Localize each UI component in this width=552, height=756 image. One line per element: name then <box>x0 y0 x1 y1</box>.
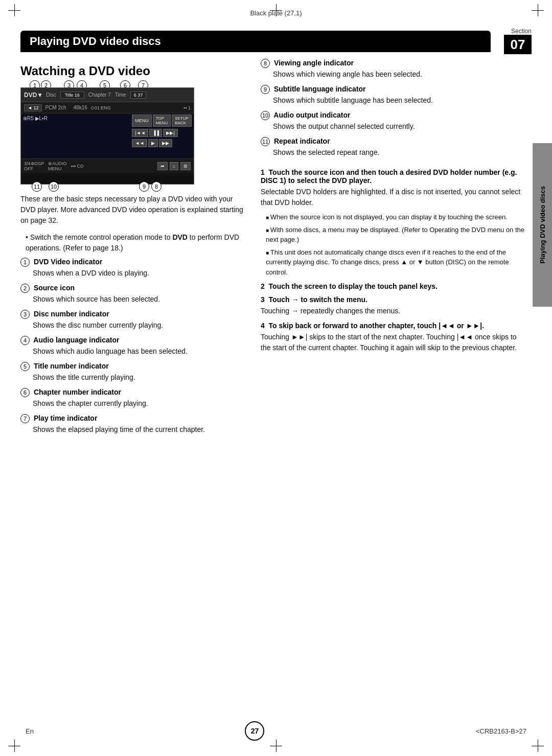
step-2: 2 Touch the screen to display the touch … <box>261 282 526 290</box>
indicator-desc-7: Shows the elapsed playing time of the cu… <box>20 424 245 435</box>
right-indicator-title-8: 8 Viewing angle indicator <box>261 59 526 68</box>
indicator-title-4: 4 Audio language indicator <box>20 336 245 345</box>
step-heading-1: 1 Touch the source icon and then touch a… <box>261 168 526 185</box>
indicator-desc-2: Shows which source has been selected. <box>20 294 245 305</box>
indicator-title-7: 7 Play time indicator <box>20 414 245 423</box>
right-indicator-11: 11 Repeat indicator Shows the selected r… <box>261 137 526 158</box>
step-body-1: Selectable DVD holders are highlighted. … <box>261 187 526 208</box>
num-badge-9: 9 <box>139 181 149 192</box>
right-indicator-desc-11: Shows the selected repeat range. <box>261 147 526 158</box>
right-indicator-badge-8: 8 <box>261 59 270 68</box>
section-heading: Watching a DVD video <box>20 64 245 78</box>
indicator-badge-5: 5 <box>20 362 30 371</box>
bottom-bar: En 27 <CRB2163-B>27 <box>0 721 552 741</box>
page-title: Playing DVD video discs <box>20 31 491 52</box>
indicator-3: 3 Disc number indicator Shows the disc n… <box>20 310 245 331</box>
right-indicator-desc-10: Shows the output channel selected curren… <box>261 121 526 132</box>
indicator-desc-4: Shows which audio language has been sele… <box>20 346 245 357</box>
section-label: Section <box>511 28 532 35</box>
indicator-desc-3: Shows the disc number currently playing. <box>20 320 245 331</box>
indicator-desc-1: Shows when a DVD video is playing. <box>20 268 245 279</box>
bullet-item-dvd-mode: Switch the remote control operation mode… <box>26 232 245 254</box>
indicator-badge-2: 2 <box>20 284 30 293</box>
right-indicator-title-10: 10 Audio output indicator <box>261 111 526 120</box>
indicator-5: 5 Title number indicator Shows the title… <box>20 362 245 383</box>
indicator-title-1: 1 DVD Video indicator <box>20 258 245 267</box>
crosshair-top-right <box>532 4 544 16</box>
indicator-badge-3: 3 <box>20 310 30 319</box>
step-note: When the source icon is not displayed, y… <box>261 212 526 222</box>
dvd-screenshot-wrapper: 1 2 3 4 5 6 7 DVD▼ Disc Title 16 Chapter… <box>20 87 194 185</box>
num-badge-8: 8 <box>151 181 162 192</box>
indicator-badge-4: 4 <box>20 336 30 345</box>
left-column: Watching a DVD video 1 2 3 4 5 6 7 DVD▼ … <box>20 59 245 725</box>
crosshair-top-left <box>8 4 20 16</box>
right-indicator-8: 8 Viewing angle indicator Shows which vi… <box>261 59 526 80</box>
right-indicator-desc-9: Shows which subtitle language has been s… <box>261 95 526 106</box>
indicator-title-2: 2 Source icon <box>20 284 245 293</box>
indicator-desc-5: Shows the title currently playing. <box>20 372 245 383</box>
crosshair-bottom-center <box>270 740 282 752</box>
indicator-2: 2 Source icon Shows which source has bee… <box>20 284 245 305</box>
section-box: Section 07 <box>504 28 532 54</box>
bottom-en-label: En <box>26 727 34 735</box>
step-body-4: Touching ►►| skips to the start of the n… <box>261 332 526 353</box>
indicator-4: 4 Audio language indicator Shows which a… <box>20 336 245 357</box>
right-indicator-desc-8: Shows which viewing angle has been selec… <box>261 69 526 80</box>
crosshair-bottom-left <box>8 740 20 752</box>
page-number: 27 <box>245 721 264 741</box>
step-note: With some discs, a menu may be displayed… <box>261 225 526 245</box>
step-body-3: Touching → repeatedly changes the menus. <box>261 306 526 316</box>
indicator-desc-6: Shows the chapter currently playing. <box>20 398 245 409</box>
section-number: 07 <box>504 35 532 54</box>
step-note: This unit does not automatically change … <box>261 247 526 278</box>
right-indicator-badge-10: 10 <box>261 111 270 120</box>
num-badge-11: 11 <box>32 181 42 192</box>
step-heading-4: 4 To skip back or forward to another cha… <box>261 322 526 330</box>
right-indicator-10: 10 Audio output indicator Shows the outp… <box>261 111 526 132</box>
page-container: Black plate (27,1) Section 07 Playing DV… <box>0 0 552 756</box>
indicator-title-3: 3 Disc number indicator <box>20 310 245 319</box>
indicator-6: 6 Chapter number indicator Shows the cha… <box>20 388 245 409</box>
steps-section: 1 Touch the source icon and then touch a… <box>261 163 526 357</box>
right-indicator-badge-9: 9 <box>261 85 270 94</box>
right-indicator-title-11: 11 Repeat indicator <box>261 137 526 146</box>
dvd-screen-image: DVD▼ Disc Title 16 Chapter 7 Time 6 37 ◄… <box>20 87 194 185</box>
indicator-badge-6: 6 <box>20 388 30 397</box>
right-indicators: 8 Viewing angle indicator Shows which vi… <box>261 59 526 163</box>
right-indicator-title-9: 9 Subtitle language indicator <box>261 85 526 94</box>
right-indicator-9: 9 Subtitle language indicator Shows whic… <box>261 85 526 106</box>
side-label-bar: Playing DVD video discs <box>533 143 552 307</box>
crosshair-bottom-right <box>532 740 544 752</box>
step-4: 4 To skip back or forward to another cha… <box>261 322 526 353</box>
indicator-title-6: 6 Chapter number indicator <box>20 388 245 397</box>
side-label-text: Playing DVD video discs <box>539 186 546 264</box>
left-indicators: 1 DVD Video indicator Shows when a DVD v… <box>20 258 245 440</box>
indicator-1: 1 DVD Video indicator Shows when a DVD v… <box>20 258 245 279</box>
num-badge-10: 10 <box>49 181 59 192</box>
intro-text: These are the basic steps necessary to p… <box>20 194 245 226</box>
indicator-7: 7 Play time indicator Shows the elapsed … <box>20 414 245 435</box>
step-1: 1 Touch the source icon and then touch a… <box>261 168 526 277</box>
bottom-code: <CRB2163-B>27 <box>476 727 526 735</box>
indicator-badge-7: 7 <box>20 414 30 423</box>
black-plate-label: Black plate (27,1) <box>250 9 302 17</box>
main-content: Watching a DVD video 1 2 3 4 5 6 7 DVD▼ … <box>20 59 526 725</box>
step-heading-2: 2 Touch the screen to display the touch … <box>261 282 526 290</box>
right-indicator-badge-11: 11 <box>261 137 270 146</box>
indicator-badge-1: 1 <box>20 258 30 267</box>
indicator-title-5: 5 Title number indicator <box>20 362 245 371</box>
right-column: 8 Viewing angle indicator Shows which vi… <box>261 59 526 725</box>
step-3: 3 Touch → to switch the menu. Touching →… <box>261 295 526 316</box>
step-heading-3: 3 Touch → to switch the menu. <box>261 295 526 304</box>
